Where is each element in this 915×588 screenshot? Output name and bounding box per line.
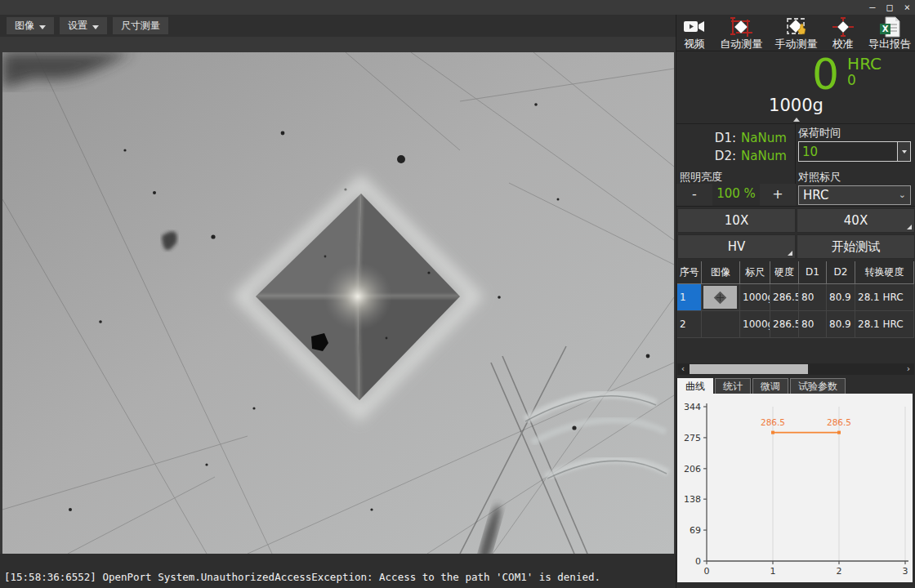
- scrollbar-thumb[interactable]: [690, 364, 808, 374]
- scroll-right-arrow[interactable]: ›: [903, 363, 914, 375]
- button-label: 开始测试: [832, 239, 881, 255]
- tab-statistics[interactable]: 统计: [715, 378, 751, 394]
- row-converted: 28.1 HRC: [855, 311, 914, 338]
- calibrate-button[interactable]: 校准: [830, 15, 856, 51]
- app-window: – □ × 图像 设置 尺寸测量: [0, 0, 915, 588]
- tool-label: 导出报告: [868, 38, 911, 50]
- menu-item-dimension-measure[interactable]: 尺寸测量: [113, 17, 168, 34]
- scale-mode-button[interactable]: HV: [677, 234, 796, 259]
- ref-scale-select[interactable]: HRC ⌄: [798, 185, 911, 205]
- svg-text:286.5: 286.5: [827, 417, 851, 427]
- objective-40x-button[interactable]: 40X: [797, 208, 915, 233]
- col-header-image[interactable]: 图像: [702, 261, 740, 284]
- minimize-button[interactable]: –: [869, 0, 875, 15]
- col-header-hardness[interactable]: 硬度: [770, 261, 799, 284]
- svg-text:206: 206: [684, 464, 701, 474]
- menu-bar: 图像 设置 尺寸测量: [0, 15, 676, 37]
- brightness-minus-button[interactable]: -: [676, 184, 712, 206]
- svg-text:3: 3: [903, 566, 908, 577]
- maximize-button[interactable]: □: [887, 0, 893, 15]
- toolbar: 视频 自动测量: [676, 15, 915, 51]
- row-d2: 80.9: [827, 311, 855, 338]
- tool-label: 自动测量: [720, 38, 762, 50]
- hold-time-dropdown-button[interactable]: [897, 142, 910, 161]
- menu-item-label: 设置: [68, 19, 87, 33]
- d2-label: D2:: [715, 147, 736, 165]
- hardness-scale: HRC: [847, 55, 882, 73]
- dropdown-arrow-icon: [39, 25, 46, 29]
- start-test-button[interactable]: 开始测试: [797, 234, 915, 259]
- table-header: 序号 图像 标尺 硬度 D1 D2 转换硬度: [677, 261, 914, 284]
- excel-export-icon: X: [877, 16, 903, 38]
- svg-text:275: 275: [684, 433, 701, 443]
- col-header-no[interactable]: 序号: [677, 261, 702, 284]
- row-d1: 80: [799, 284, 827, 311]
- svg-text:286.5: 286.5: [761, 417, 785, 427]
- svg-text:1: 1: [770, 566, 776, 577]
- svg-text:0: 0: [695, 556, 701, 567]
- col-header-converted[interactable]: 转换硬度: [855, 261, 914, 284]
- tab-fine-tune[interactable]: 微调: [752, 378, 788, 394]
- expander-arrow-icon[interactable]: [793, 118, 800, 122]
- corner-expand-icon: [907, 225, 912, 229]
- calibrate-icon: [830, 16, 856, 38]
- brightness-group: 照明亮度 - 100 % +: [676, 170, 796, 207]
- row-converted: 28.1 HRC: [855, 284, 914, 311]
- video-button[interactable]: 视频: [681, 15, 707, 51]
- col-header-d1[interactable]: D1: [799, 261, 827, 284]
- row-scale: 1000g: [740, 284, 770, 311]
- row-scale: 1000g: [740, 311, 770, 338]
- brightness-section: 照明亮度 - 100 % + 对照标尺 HRC ⌄: [676, 170, 915, 207]
- window-controls: – □ ×: [869, 0, 910, 15]
- title-bar: – □ ×: [0, 0, 915, 15]
- diagonal-readouts: D1: NaNum D2: NaNum: [676, 124, 796, 170]
- test-load: 1000g: [676, 96, 915, 115]
- manual-measure-button[interactable]: 手动测量: [775, 15, 818, 51]
- menu-item-image[interactable]: 图像: [7, 17, 54, 34]
- scroll-left-arrow[interactable]: ‹: [677, 363, 689, 375]
- video-icon: [681, 16, 707, 38]
- dropdown-arrow-icon: [92, 25, 99, 29]
- table-row[interactable]: 1 1000g 286.5 80 80.9 28.1 HRC: [677, 284, 914, 311]
- hold-time-input[interactable]: [799, 142, 895, 161]
- menu-item-settings[interactable]: 设置: [60, 17, 107, 34]
- export-report-button[interactable]: X 导出报告: [868, 15, 911, 51]
- tool-label: 手动测量: [775, 38, 818, 50]
- bottom-tabs: 曲线 统计 微调 试验参数: [677, 377, 915, 394]
- button-label: 10X: [725, 213, 748, 228]
- brightness-plus-button[interactable]: +: [760, 184, 796, 206]
- diagonal-section: D1: NaNum D2: NaNum 保荷时间: [676, 124, 915, 170]
- chart-canvas: 0691382062753440123286.5286.5: [677, 394, 913, 582]
- table-horizontal-scrollbar[interactable]: ‹ ›: [677, 363, 914, 375]
- microscope-image[interactable]: [2, 52, 674, 554]
- auto-measure-icon: [728, 16, 754, 38]
- table-row[interactable]: 2 1000g 286.5 80 80.9 28.1 HRC: [677, 311, 914, 338]
- brightness-value: 100 %: [712, 184, 760, 206]
- corner-expand-icon: [788, 251, 792, 256]
- menu-item-label: 尺寸测量: [121, 19, 160, 33]
- hold-time-label: 保荷时间: [798, 126, 913, 140]
- hardness-reading: 0 HRC 0 1000g: [676, 52, 915, 124]
- button-label: HV: [728, 239, 746, 254]
- auto-measure-button[interactable]: 自动测量: [720, 15, 762, 51]
- col-header-scale[interactable]: 标尺: [740, 261, 770, 284]
- col-header-d2[interactable]: D2: [827, 261, 855, 284]
- hold-time-group: 保荷时间: [797, 124, 915, 170]
- indent-thumbnail: [703, 286, 737, 309]
- svg-text:69: 69: [690, 525, 701, 536]
- control-panel: 视频 自动测量: [676, 15, 915, 588]
- svg-text:2: 2: [837, 566, 842, 577]
- svg-text:138: 138: [684, 494, 701, 505]
- objective-10x-button[interactable]: 10X: [677, 208, 796, 233]
- results-table: 序号 图像 标尺 硬度 D1 D2 转换硬度 1 1000g 286.5: [677, 261, 914, 362]
- svg-text:0: 0: [704, 566, 710, 577]
- row-d2: 80.9: [827, 284, 855, 311]
- tab-curve[interactable]: 曲线: [677, 378, 713, 394]
- d1-label: D1:: [715, 129, 736, 147]
- converted-value: 0: [847, 73, 882, 88]
- manual-measure-icon: [783, 16, 810, 38]
- chevron-down-icon: ⌄: [899, 189, 906, 200]
- tab-test-params[interactable]: 试验参数: [790, 378, 846, 394]
- hardness-value: 0: [812, 52, 839, 96]
- close-button[interactable]: ×: [904, 0, 910, 15]
